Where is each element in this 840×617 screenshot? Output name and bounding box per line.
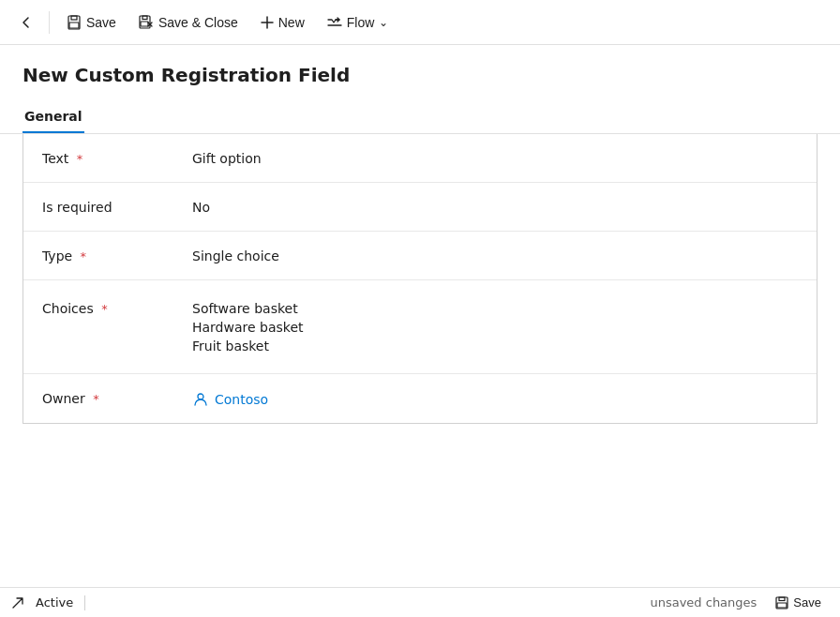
flow-icon [327, 15, 342, 30]
status-right: unsaved changes Save [650, 592, 829, 613]
field-value-choices: Software basket Hardware basket Fruit ba… [192, 299, 798, 354]
save-close-icon [139, 15, 154, 30]
svg-rect-1 [71, 16, 77, 20]
page-header: New Custom Registration Field [0, 45, 840, 101]
choice-item-3: Fruit basket [192, 339, 798, 354]
tab-general[interactable]: General [22, 101, 84, 133]
required-star-owner: * [93, 392, 99, 406]
svg-rect-2 [69, 23, 79, 28]
required-star-text: * [77, 152, 83, 166]
save-button[interactable]: Save [57, 9, 126, 36]
owner-name: Contoso [215, 392, 268, 407]
status-bar-divider [84, 595, 85, 610]
flow-label: Flow [347, 15, 375, 30]
form-row-type: Type * Single choice [23, 232, 817, 280]
main-content: New Custom Registration Field General Te… [0, 45, 840, 587]
form-row-owner: Owner * Contoso [23, 374, 817, 423]
form-row-choices: Choices * Software basket Hardware baske… [23, 280, 817, 374]
choice-item-2: Hardware basket [192, 320, 798, 335]
required-star-type: * [81, 249, 87, 263]
page-title: New Custom Registration Field [22, 64, 818, 86]
new-label: New [278, 15, 305, 30]
required-star-choices: * [101, 302, 108, 316]
field-label-choices: Choices * [42, 299, 192, 316]
unsaved-changes-label: unsaved changes [650, 595, 757, 609]
new-icon [261, 16, 274, 29]
svg-point-6 [198, 394, 203, 399]
svg-rect-9 [777, 603, 787, 608]
person-icon [192, 391, 209, 408]
status-bar: Active unsaved changes Save [0, 587, 840, 617]
field-label-owner: Owner * [42, 389, 192, 406]
form-container: Text * Gift option Is required No Type *… [22, 134, 818, 424]
back-icon [19, 15, 34, 30]
field-value-owner: Contoso [192, 389, 798, 408]
field-value-type: Single choice [192, 247, 798, 263]
svg-rect-8 [779, 597, 785, 601]
svg-rect-4 [142, 16, 147, 20]
status-active-label: Active [36, 595, 73, 609]
save-close-label: Save & Close [158, 15, 238, 30]
save-label: Save [86, 15, 116, 30]
flow-chevron-icon: ⌄ [379, 16, 388, 29]
toolbar: Save Save & Close New Flow ⌄ [0, 0, 840, 45]
field-value-text: Gift option [192, 149, 798, 166]
new-button[interactable]: New [251, 9, 314, 36]
status-save-label: Save [793, 595, 821, 609]
field-label-type: Type * [42, 247, 192, 263]
form-row-is-required: Is required No [23, 183, 817, 232]
choice-item-1: Software basket [192, 301, 798, 316]
field-value-is-required: No [192, 198, 798, 215]
save-close-button[interactable]: Save & Close [129, 9, 248, 36]
form-area: Text * Gift option Is required No Type *… [0, 134, 840, 587]
svg-rect-5 [141, 22, 148, 26]
owner-link[interactable]: Contoso [192, 391, 798, 408]
status-save-button[interactable]: Save [768, 592, 829, 613]
tabs: General [0, 101, 840, 134]
form-row-text: Text * Gift option [23, 134, 817, 183]
back-button[interactable] [11, 8, 41, 38]
status-left: Active [11, 595, 85, 610]
save-icon [67, 15, 82, 30]
field-label-text: Text * [42, 149, 192, 166]
flow-button[interactable]: Flow ⌄ [318, 9, 398, 36]
toolbar-divider-1 [49, 11, 50, 34]
field-label-is-required: Is required [42, 198, 192, 215]
status-save-icon [775, 596, 788, 609]
external-link-icon [11, 596, 24, 609]
